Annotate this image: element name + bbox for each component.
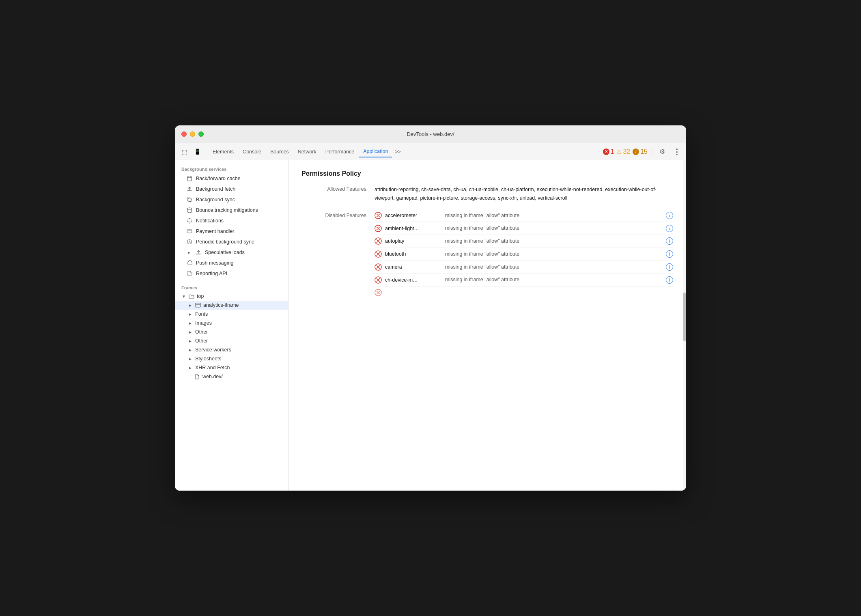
maximize-button[interactable] (198, 131, 204, 137)
tab-network[interactable]: Network (294, 146, 321, 157)
sidebar-item-label: Push messaging (196, 260, 233, 266)
sidebar-item-payment-handler[interactable]: Payment handler (177, 226, 286, 237)
arrow-right-icon-6: ► (188, 347, 193, 352)
frame-icon (195, 302, 201, 308)
info-link-icon-4[interactable]: i (666, 250, 673, 258)
sidebar-item-reporting-api[interactable]: Reporting API (177, 268, 286, 279)
info-link-icon[interactable]: i (666, 212, 673, 219)
scrollbar-thumb[interactable] (683, 293, 686, 341)
feature-reason-6: missing in iframe "allow" attribute (445, 276, 663, 284)
more-tabs-button[interactable]: >> (393, 146, 403, 157)
frames-item-other-1[interactable]: ► Other (175, 327, 288, 336)
inspect-element-button[interactable]: ⬚ (178, 146, 190, 157)
sidebar-item-label: Notifications (196, 218, 224, 224)
svg-rect-2 (187, 230, 192, 233)
tab-application[interactable]: Application (359, 146, 392, 157)
info-link-icon-2[interactable]: i (666, 225, 673, 232)
frames-item-stylesheets[interactable]: ► Stylesheets (175, 354, 288, 363)
minimize-button[interactable] (190, 131, 195, 137)
frames-item-web-dev[interactable]: web.dev/ (175, 372, 288, 381)
svg-point-0 (187, 176, 192, 178)
disabled-features-label: Disabled Features (301, 209, 375, 218)
frames-item-label: analytics-iframe (203, 302, 239, 308)
toolbar-separator (206, 148, 206, 156)
warning-count: 32 (623, 148, 630, 155)
arrow-right-icon-2: ► (188, 312, 193, 317)
sidebar-item-background-fetch[interactable]: Background fetch (177, 184, 286, 194)
disabled-feature-camera: camera missing in iframe "allow" attribu… (375, 261, 673, 274)
arrow-right-icon-5: ► (188, 338, 193, 343)
tab-elements[interactable]: Elements (209, 146, 238, 157)
bell-icon (186, 218, 193, 224)
warning-icon: ⚠ (616, 149, 622, 155)
sidebar-item-label: Background sync (196, 197, 235, 202)
traffic-lights (181, 131, 204, 137)
sidebar: Background services Back/forward cache B… (175, 160, 288, 491)
arrow-right-icon: ► (186, 250, 192, 255)
sidebar-item-notifications[interactable]: Notifications (177, 215, 286, 226)
file-icon-2 (194, 374, 200, 379)
toolbar-separator-2 (652, 148, 652, 156)
error-circle-icon-2 (375, 225, 382, 232)
frames-title: Frames (175, 282, 288, 292)
feature-name-2: ambient-light… (385, 226, 442, 231)
tab-performance[interactable]: Performance (321, 146, 359, 157)
allowed-features-value: attribution-reporting, ch-save-data, ch-… (375, 185, 673, 203)
more-menu-button[interactable]: ⋮ (671, 146, 683, 157)
info-link-icon-3[interactable]: i (666, 237, 673, 245)
close-button[interactable] (181, 131, 187, 137)
frames-item-service-workers[interactable]: ► Service workers (175, 345, 288, 354)
disabled-feature-ch-device: ch-device-m… missing in iframe "allow" a… (375, 274, 673, 286)
sidebar-item-push-messaging[interactable]: Push messaging (177, 258, 286, 268)
error-circle-icon-3 (375, 237, 382, 245)
warning-badge: ⚠ 32 (616, 148, 630, 155)
sidebar-item-periodic-sync[interactable]: Periodic background sync (177, 237, 286, 247)
error-circle-icon (375, 212, 382, 219)
arrow-right-icon-3: ► (188, 321, 193, 325)
tab-console[interactable]: Console (239, 146, 265, 157)
sync-icon (186, 196, 193, 203)
sidebar-item-bounce-tracking[interactable]: Bounce tracking mitigations (177, 205, 286, 215)
sidebar-item-back-forward-cache[interactable]: Back/forward cache (177, 173, 286, 184)
device-toggle-button[interactable]: 📱 (191, 146, 203, 157)
arrow-right-icon-4: ► (188, 330, 193, 334)
frames-item-other-2[interactable]: ► Other (175, 336, 288, 345)
settings-button[interactable]: ⚙ (656, 146, 668, 157)
sidebar-item-background-sync[interactable]: Background sync (177, 194, 286, 205)
feature-reason-2: missing in iframe "allow" attribute (445, 224, 663, 232)
allowed-features-label: Allowed Features (301, 185, 375, 192)
devtools-window: DevTools - web.dev/ ⬚ 📱 Elements Console… (175, 125, 686, 491)
frames-item-top[interactable]: ▼ top (175, 292, 288, 301)
error-count: 1 (611, 148, 614, 155)
cylinder-icon (186, 175, 193, 182)
sidebar-item-label: Back/forward cache (196, 176, 241, 181)
window-title: DevTools - web.dev/ (407, 131, 454, 137)
disabled-feature-partial (375, 286, 673, 299)
frames-item-label: Other (195, 338, 208, 344)
feature-name: accelerometer (385, 213, 442, 218)
frames-item-xhr-fetch[interactable]: ► XHR and Fetch (175, 363, 288, 372)
sidebar-item-speculative-loads[interactable]: ► Speculative loads (177, 247, 286, 258)
info-link-icon-6[interactable]: i (666, 276, 673, 284)
info-link-icon-5[interactable]: i (666, 263, 673, 271)
policy-table: Allowed Features attribution-reporting, … (301, 185, 673, 299)
tab-sources[interactable]: Sources (266, 146, 293, 157)
toolbar-right: ✕ 1 ⚠ 32 i 15 ⚙ ⋮ (603, 146, 683, 157)
feature-name-5: camera (385, 264, 442, 270)
card-icon (186, 228, 193, 235)
section-title: Permissions Policy (301, 170, 673, 177)
disabled-feature-ambient-light: ambient-light… missing in iframe "allow"… (375, 222, 673, 235)
feature-name-6: ch-device-m… (385, 277, 442, 283)
error-icon: ✕ (603, 149, 609, 155)
frames-item-analytics-iframe[interactable]: ► analytics-iframe (175, 301, 288, 310)
frames-item-images[interactable]: ► Images (175, 319, 288, 327)
error-circle-icon-7 (375, 289, 382, 296)
sidebar-item-label: Payment handler (196, 228, 235, 234)
allowed-features-row: Allowed Features attribution-reporting, … (301, 185, 673, 203)
frames-item-fonts[interactable]: ► Fonts (175, 310, 288, 319)
upload-icon (186, 186, 193, 192)
frames-item-label: Fonts (195, 311, 208, 317)
feature-reason-5: missing in iframe "allow" attribute (445, 263, 663, 271)
sidebar-item-label: Speculative loads (205, 250, 245, 255)
frames-section: Frames ▼ top ► (175, 282, 288, 381)
